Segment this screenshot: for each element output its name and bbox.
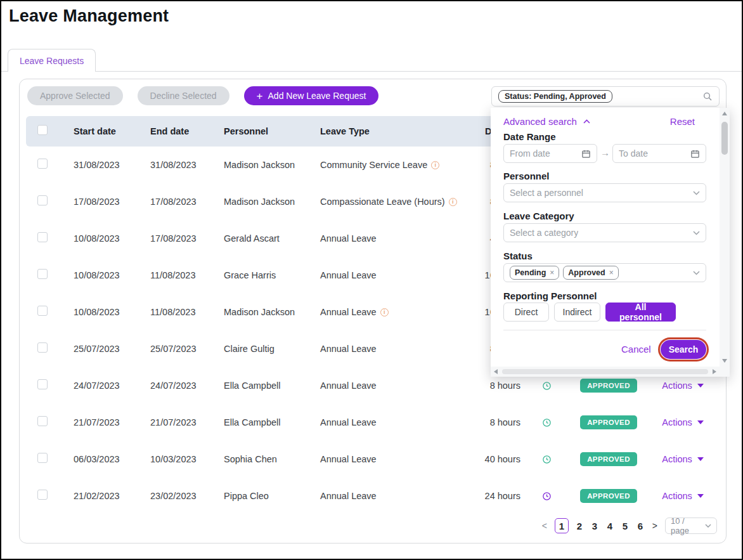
page-button-1[interactable]: 1: [555, 518, 569, 533]
to-date-placeholder: To date: [619, 148, 648, 159]
page-button-4[interactable]: 4: [606, 521, 614, 531]
add-new-leave-request-button[interactable]: + Add New Leave Request: [244, 86, 379, 105]
horizontal-scrollbar[interactable]: [491, 367, 720, 377]
row-checkbox[interactable]: [37, 453, 48, 463]
reporting-direct-button[interactable]: Direct: [503, 303, 549, 322]
page-size-value: 10 / page: [671, 516, 701, 535]
header-leave-type: Leave Type: [320, 126, 484, 136]
scroll-left-icon[interactable]: [494, 369, 498, 374]
from-date-input[interactable]: From date: [503, 144, 597, 163]
personnel-cell: Madison Jackson: [224, 197, 320, 207]
horizontal-scroll-thumb[interactable]: [502, 369, 708, 374]
to-date-input[interactable]: To date: [612, 144, 706, 163]
clock-cell: [520, 453, 572, 465]
approve-selected-button[interactable]: Approve Selected: [27, 86, 123, 105]
row-checkbox[interactable]: [37, 232, 48, 242]
status-tag-approved: Approved×: [563, 266, 618, 280]
actions-cell: Actions: [645, 453, 721, 465]
cancel-button[interactable]: Cancel: [621, 344, 651, 355]
row-checkbox[interactable]: [37, 490, 48, 500]
from-date-placeholder: From date: [510, 148, 550, 159]
row-checkbox[interactable]: [37, 416, 48, 426]
scroll-down-icon[interactable]: [722, 359, 727, 363]
end-date-cell: 17/08/2023: [150, 197, 224, 207]
end-date-cell: 31/08/2023: [150, 160, 224, 170]
vertical-scroll-thumb[interactable]: [721, 122, 728, 155]
reporting-indirect-button[interactable]: Indirect: [554, 303, 600, 322]
personnel-cell: Ella Campbell: [224, 381, 320, 391]
page-size-select[interactable]: 10 / page: [665, 518, 717, 534]
row-checkbox[interactable]: [37, 195, 48, 205]
advanced-search-toggle[interactable]: Advanced search: [503, 116, 590, 127]
advanced-search-panel: Advanced search Reset Date Range From da…: [491, 108, 730, 377]
leave-type-cell: Annual Leave: [320, 417, 484, 427]
calendar-icon[interactable]: [690, 149, 700, 159]
pagination-next-button[interactable]: >: [651, 521, 659, 531]
page-button-6[interactable]: 6: [636, 521, 644, 531]
duration-cell: 8 hours: [484, 417, 520, 427]
status-cell: APPROVED: [572, 415, 645, 429]
chevron-down-icon: [705, 524, 711, 528]
search-icon[interactable]: [702, 91, 713, 101]
info-icon[interactable]: i: [380, 308, 389, 316]
calendar-icon[interactable]: [581, 149, 591, 159]
close-icon[interactable]: ×: [550, 268, 554, 277]
header-start-date: Start date: [74, 126, 150, 136]
tab-bar-divider: [1, 71, 743, 72]
search-button[interactable]: Search: [661, 340, 706, 359]
vertical-scrollbar[interactable]: [720, 108, 730, 367]
start-date-cell: 24/07/2023: [74, 381, 150, 391]
header-end-date: End date: [150, 126, 224, 136]
clock-cell: [520, 380, 572, 391]
scroll-right-icon[interactable]: [713, 369, 716, 374]
clock-icon: [542, 418, 552, 427]
actions-dropdown[interactable]: Actions: [662, 381, 704, 391]
header-personnel: Personnel: [224, 126, 320, 136]
pagination-prev-button[interactable]: <: [541, 521, 548, 531]
actions-cell: Actions: [645, 417, 721, 428]
page-button-3[interactable]: 3: [591, 521, 598, 531]
personnel-select[interactable]: Select a personnel: [503, 183, 706, 202]
reporting-personnel-label: Reporting Personnel: [503, 290, 597, 301]
status-select[interactable]: Pending×Approved×: [503, 263, 706, 282]
table-row: 21/07/2023 21/07/2023 Ella Campbell Annu…: [26, 404, 721, 441]
leave-category-select[interactable]: Select a category: [503, 223, 706, 242]
personnel-cell: Madison Jackson: [224, 307, 320, 317]
start-date-cell: 25/07/2023: [74, 344, 150, 354]
page-button-5[interactable]: 5: [621, 521, 629, 531]
personnel-cell: Pippa Cleo: [224, 491, 320, 501]
decline-selected-button[interactable]: Decline Selected: [138, 86, 229, 105]
page-title: Leave Management: [9, 6, 169, 26]
personnel-placeholder: Select a personnel: [510, 188, 583, 198]
search-input[interactable]: Status: Pending, Approved: [491, 86, 720, 107]
actions-dropdown[interactable]: Actions: [662, 454, 704, 464]
info-icon[interactable]: i: [431, 161, 439, 169]
tab-leave-requests[interactable]: Leave Requests: [8, 49, 96, 72]
info-icon[interactable]: i: [449, 198, 457, 206]
row-checkbox[interactable]: [37, 306, 48, 316]
page-button-2[interactable]: 2: [576, 521, 583, 531]
row-checkbox[interactable]: [37, 269, 48, 279]
start-date-cell: 10/08/2023: [74, 233, 150, 244]
advanced-search-label: Advanced search: [503, 116, 577, 127]
chevron-down-icon: [693, 231, 700, 235]
actions-dropdown[interactable]: Actions: [662, 417, 704, 427]
clock-icon: [542, 455, 552, 464]
select-all-checkbox[interactable]: [37, 125, 48, 135]
row-checkbox[interactable]: [37, 159, 48, 169]
reporting-all-personnel-button[interactable]: All personnel: [605, 303, 676, 322]
row-checkbox[interactable]: [37, 342, 48, 353]
reset-link[interactable]: Reset: [670, 116, 695, 127]
search-filter-tag[interactable]: Status: Pending, Approved: [498, 90, 612, 103]
status-badge: APPROVED: [580, 415, 637, 429]
end-date-cell: 10/03/2023: [150, 454, 224, 464]
scroll-up-icon[interactable]: [722, 112, 727, 115]
leave-type-cell: Annual Leave: [320, 491, 484, 501]
start-date-cell: 21/07/2023: [74, 417, 150, 427]
leave-type-cell: Annual Leave: [320, 233, 484, 244]
row-checkbox[interactable]: [37, 379, 48, 389]
close-icon[interactable]: ×: [609, 268, 614, 277]
actions-cell: Actions: [645, 380, 721, 391]
actions-dropdown[interactable]: Actions: [662, 491, 704, 501]
personnel-cell: Sophia Chen: [224, 454, 320, 464]
